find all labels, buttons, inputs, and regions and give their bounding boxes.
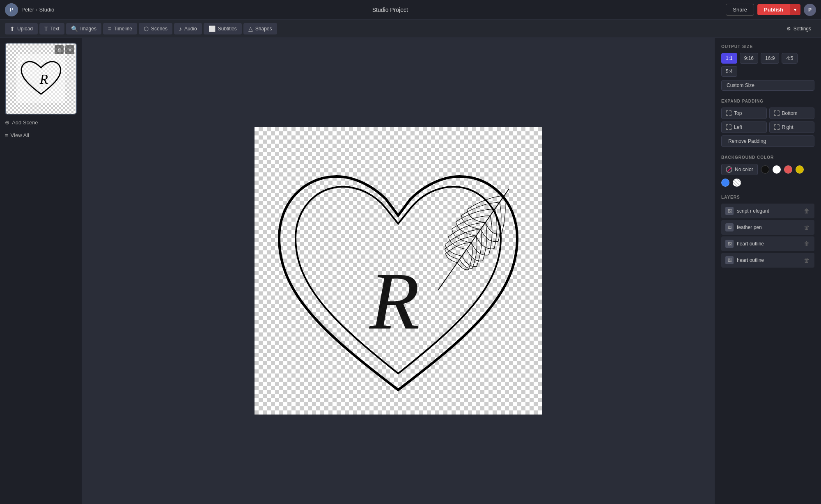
shapes-button[interactable]: △ Shapes — [243, 23, 277, 34]
padding-bottom-button[interactable]: Bottom — [769, 108, 815, 119]
upload-icon: ⬆ — [10, 25, 15, 32]
layer-delete-script[interactable]: 🗑 — [803, 208, 810, 214]
color-row: No color — [721, 164, 814, 187]
avatar: P — [5, 3, 18, 16]
layer-name-heart1: heart outline — [737, 241, 800, 247]
layer-delete-heart2[interactable]: 🗑 — [803, 257, 810, 263]
layer-item-heart2[interactable]: 🖼 heart outline 🗑 — [721, 253, 814, 268]
padding-bottom-icon — [774, 110, 780, 116]
audio-label: Audio — [184, 26, 197, 32]
svg-text:R: R — [369, 255, 420, 346]
text-button[interactable]: T Text — [39, 23, 64, 34]
scene-copy-button[interactable]: ⎘ — [55, 45, 64, 54]
breadcrumb-section: Studio — [39, 7, 54, 13]
padding-bottom-label: Bottom — [782, 110, 798, 116]
settings-button[interactable]: ⚙ Settings — [782, 23, 816, 34]
color-yellow[interactable] — [796, 165, 804, 174]
no-color-button[interactable]: No color — [721, 164, 758, 175]
text-label: Text — [50, 26, 60, 32]
audio-button[interactable]: ♪ Audio — [174, 23, 202, 34]
share-button[interactable]: Share — [726, 4, 754, 16]
subtitles-button[interactable]: ⬜ Subtitles — [204, 23, 242, 34]
custom-size-button[interactable]: Custom Size — [721, 80, 814, 91]
padding-top-button[interactable]: Top — [721, 108, 767, 119]
publish-group: Publish ▾ — [757, 4, 800, 15]
size-buttons: 1:1 9:16 16:9 4:5 5:4 — [721, 53, 814, 77]
shapes-icon: △ — [248, 25, 253, 32]
padding-left-icon — [726, 124, 732, 130]
canvas-wrapper: R — [255, 127, 542, 415]
layer-icon-heart1: 🖼 — [725, 240, 734, 248]
size-btn-4-5[interactable]: 4:5 — [782, 53, 798, 64]
size-btn-1-1[interactable]: 1:1 — [721, 53, 737, 64]
scenes-button[interactable]: ⬡ Scenes — [139, 23, 172, 34]
right-panel: OUTPUT SIZE 1:1 9:16 16:9 4:5 5:4 Custom… — [714, 38, 821, 504]
padding-top-label: Top — [734, 110, 742, 116]
size-btn-16-9[interactable]: 16:9 — [761, 53, 779, 64]
view-all-button[interactable]: ≡ View All — [5, 131, 77, 140]
layers-list: 🖼 script r elegant 🗑 🖼 feather pen 🗑 🖼 h… — [721, 204, 814, 268]
padding-left-button[interactable]: Left — [721, 121, 767, 133]
add-scene-label: Add Scene — [12, 119, 38, 126]
settings-label: Settings — [793, 26, 811, 32]
size-btn-9-16[interactable]: 9:16 — [740, 53, 758, 64]
images-label: Images — [80, 26, 96, 32]
upload-button[interactable]: ⬆ Upload — [5, 23, 38, 34]
subtitles-label: Subtitles — [218, 26, 237, 32]
add-icon: ⊕ — [5, 119, 9, 126]
top-bar-left: P Peter › Studio — [5, 3, 54, 16]
scenes-label: Scenes — [151, 26, 167, 32]
project-title: Studio Project — [372, 7, 408, 13]
layers-section: LAYERS 🖼 script r elegant 🗑 🖼 feather pe… — [721, 195, 814, 268]
timeline-button[interactable]: ≡ Timeline — [103, 23, 137, 34]
breadcrumb-user[interactable]: Peter — [21, 7, 34, 13]
subtitles-icon: ⬜ — [209, 25, 216, 32]
padding-right-button[interactable]: Right — [769, 121, 815, 133]
output-size-label: OUTPUT SIZE — [721, 44, 814, 49]
timeline-icon: ≡ — [108, 25, 111, 32]
padding-right-label: Right — [782, 124, 793, 130]
layer-item-heart1[interactable]: 🖼 heart outline 🗑 — [721, 236, 814, 251]
images-button[interactable]: 🔍 Images — [66, 23, 101, 34]
scene-delete-button[interactable]: ✕ — [65, 45, 74, 54]
user-avatar: P — [804, 4, 816, 16]
size-btn-5-4[interactable]: 5:4 — [721, 66, 737, 77]
top-bar-right: Share Publish ▾ P — [726, 4, 816, 16]
padding-left-label: Left — [734, 124, 742, 130]
upload-label: Upload — [17, 26, 33, 32]
canvas-content: R — [255, 127, 542, 415]
color-red[interactable] — [784, 165, 792, 174]
layer-name-script: script r elegant — [737, 208, 800, 214]
main-layout: R ⎘ ✕ ⊕ Add Scene ≡ View All — [0, 38, 821, 504]
list-icon: ≡ — [5, 132, 8, 138]
color-black[interactable] — [761, 165, 769, 174]
output-size-section: OUTPUT SIZE 1:1 9:16 16:9 4:5 5:4 Custom… — [721, 44, 814, 91]
background-color-label: BACKGROUND COLOR — [721, 155, 814, 160]
scene-thumb-overlay: ⎘ ✕ — [55, 45, 74, 54]
layer-item-feather[interactable]: 🖼 feather pen 🗑 — [721, 220, 814, 235]
layer-delete-heart1[interactable]: 🗑 — [803, 241, 810, 247]
shapes-label: Shapes — [255, 26, 272, 32]
layer-name-heart2: heart outline — [737, 257, 800, 263]
layer-icon-script: 🖼 — [725, 207, 734, 215]
remove-padding-label: Remove Padding — [728, 138, 766, 144]
layer-delete-feather[interactable]: 🗑 — [803, 224, 810, 231]
breadcrumb: Peter › Studio — [21, 7, 54, 13]
color-white[interactable] — [773, 165, 781, 174]
layers-label: LAYERS — [721, 195, 814, 199]
settings-icon: ⚙ — [787, 26, 791, 32]
padding-right-icon — [774, 124, 780, 130]
artwork-svg: R — [255, 127, 542, 415]
add-scene-button[interactable]: ⊕ Add Scene — [5, 118, 77, 127]
color-striped[interactable] — [733, 179, 741, 187]
padding-grid: Top Bottom Left Right — [721, 108, 814, 133]
color-blue[interactable] — [721, 179, 729, 187]
no-color-icon — [726, 166, 732, 173]
remove-padding-button[interactable]: Remove Padding — [721, 135, 814, 147]
publish-button[interactable]: Publish — [757, 4, 790, 15]
no-color-label: No color — [735, 167, 753, 172]
layer-item-script[interactable]: 🖼 script r elegant 🗑 — [721, 204, 814, 218]
scene-thumbnail[interactable]: R ⎘ ✕ — [5, 43, 77, 115]
sidebar: R ⎘ ✕ ⊕ Add Scene ≡ View All — [0, 38, 82, 504]
publish-dropdown-button[interactable]: ▾ — [790, 4, 800, 15]
